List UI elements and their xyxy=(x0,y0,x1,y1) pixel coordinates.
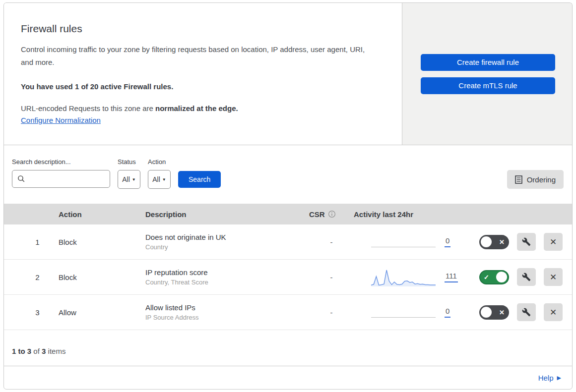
wrench-icon xyxy=(522,237,531,246)
rule-priority: 1 xyxy=(4,238,59,246)
rule-description-cell: Allow listed IPs IP Source Address xyxy=(145,303,309,321)
delete-rule-button[interactable]: ✕ xyxy=(544,268,563,286)
footer-items: items xyxy=(48,347,66,355)
normalization-emphasis: normalized at the edge. xyxy=(155,104,238,112)
rule-controls: ✕ ✕ xyxy=(475,303,572,321)
main-card: Firewall rules Control incoming traffic … xyxy=(3,2,573,366)
action-filter-value: All xyxy=(152,175,160,183)
rule-priority: 3 xyxy=(4,308,59,317)
chevron-down-icon: ▼ xyxy=(132,177,136,182)
action-filter-group: Action All ▼ xyxy=(148,158,171,189)
close-icon: ✕ xyxy=(550,272,557,282)
rule-action: Block xyxy=(59,273,145,281)
status-filter-select[interactable]: All ▼ xyxy=(118,170,140,189)
toggle-knob xyxy=(481,307,492,318)
ordering-button-label: Ordering xyxy=(527,175,556,184)
rule-description: Does not originate in UK xyxy=(145,233,309,241)
toggle-state-icon: ✓ xyxy=(484,274,489,280)
delete-rule-button[interactable]: ✕ xyxy=(544,233,563,251)
close-icon: ✕ xyxy=(550,237,557,247)
search-label: Search description... xyxy=(12,158,110,166)
help-link-label: Help xyxy=(538,374,554,382)
column-action: Action xyxy=(59,210,145,219)
search-description-input[interactable] xyxy=(29,175,106,183)
rule-description-cell: Does not originate in UK Country xyxy=(145,233,309,251)
rule-activity-cell: 0 xyxy=(354,232,475,252)
rule-controls: ✓ ✕ xyxy=(475,268,572,286)
header-text-panel: Firewall rules Control incoming traffic … xyxy=(4,3,402,145)
edit-rule-button[interactable] xyxy=(517,303,536,321)
rule-priority: 2 xyxy=(4,273,59,281)
normalization-prefix: URL-encoded Requests to this zone are xyxy=(21,104,153,112)
footer-range: 1 to 3 xyxy=(12,347,31,355)
rule-action: Allow xyxy=(59,308,145,317)
toggle-state-icon: ✕ xyxy=(499,309,505,316)
wrench-icon xyxy=(522,273,531,281)
column-description: Description xyxy=(145,210,309,219)
toggle-knob xyxy=(496,272,507,282)
table-row: 1 Block Does not originate in UK Country… xyxy=(4,224,572,260)
search-icon xyxy=(17,175,25,183)
configure-normalization-link[interactable]: Configure Normalization xyxy=(21,116,101,124)
action-label: Action xyxy=(148,158,171,166)
create-firewall-rule-button[interactable]: Create firewall rule xyxy=(421,54,555,71)
footer-total: 3 xyxy=(42,347,46,355)
toggle-knob xyxy=(481,236,492,247)
rule-fields: IP Source Address xyxy=(145,314,309,321)
page-title: Firewall rules xyxy=(21,23,382,35)
chevron-down-icon: ▼ xyxy=(162,177,166,182)
rules-usage-text: You have used 1 of 20 active Firewall ru… xyxy=(21,82,382,91)
rule-action: Block xyxy=(59,238,145,246)
rule-fields: Country xyxy=(145,243,309,251)
header-section: Firewall rules Control incoming traffic … xyxy=(4,3,572,145)
search-filter-group: Search description... xyxy=(12,158,110,188)
close-icon: ✕ xyxy=(550,307,557,318)
action-filter-select[interactable]: All ▼ xyxy=(148,170,171,189)
create-mtls-rule-button[interactable]: Create mTLS rule xyxy=(421,77,555,94)
page-description: Control incoming traffic to your zone by… xyxy=(21,43,373,69)
table-row: 3 Allow Allow listed IPs IP Source Addre… xyxy=(4,295,572,330)
header-actions-panel: Create firewall rule Create mTLS rule xyxy=(402,3,572,145)
info-icon[interactable] xyxy=(328,210,336,218)
edit-rule-button[interactable] xyxy=(517,233,536,251)
activity-count-link[interactable]: 111 xyxy=(445,272,458,282)
rule-description: IP reputation score xyxy=(145,268,309,277)
edit-rule-button[interactable] xyxy=(517,268,536,286)
rule-enabled-toggle[interactable]: ✓ xyxy=(479,270,509,284)
delete-rule-button[interactable]: ✕ xyxy=(544,303,563,321)
wrench-icon xyxy=(522,308,531,317)
table-footer: 1 to 3 of 3 items xyxy=(4,330,572,366)
activity-count-link[interactable]: 0 xyxy=(445,236,450,247)
table-row: 2 Block IP reputation score Country, Thr… xyxy=(4,260,572,295)
activity-count-link[interactable]: 0 xyxy=(445,307,450,318)
status-filter-group: Status All ▼ xyxy=(118,158,140,189)
activity-sparkline xyxy=(371,232,436,252)
rule-activity-cell: 0 xyxy=(354,302,475,322)
help-bar: Help ▶ xyxy=(3,366,573,390)
rule-fields: Country, Threat Score xyxy=(145,279,309,286)
rule-activity-cell: 111 xyxy=(354,267,475,287)
search-input-box[interactable] xyxy=(12,170,110,188)
activity-sparkline xyxy=(371,267,436,287)
firewall-rules-page: Firewall rules Control incoming traffic … xyxy=(0,0,576,392)
table-header: Action Description CSR Activity last 24h… xyxy=(4,204,572,224)
rule-enabled-toggle[interactable]: ✕ xyxy=(479,305,509,320)
ordering-button[interactable]: Ordering xyxy=(507,170,564,189)
rule-csr-value: - xyxy=(309,238,354,246)
search-button[interactable]: Search xyxy=(178,171,221,188)
ordering-icon xyxy=(515,175,522,184)
column-csr: CSR xyxy=(309,210,354,219)
help-link[interactable]: Help ▶ xyxy=(538,374,561,382)
help-arrow-icon: ▶ xyxy=(557,375,561,381)
status-label: Status xyxy=(118,158,140,166)
footer-of: of xyxy=(33,347,40,355)
normalization-text: URL-encoded Requests to this zone are no… xyxy=(21,104,382,112)
table-body: 1 Block Does not originate in UK Country… xyxy=(4,224,572,330)
status-filter-value: All xyxy=(122,175,130,183)
toggle-state-icon: ✕ xyxy=(499,239,505,245)
rule-enabled-toggle[interactable]: ✕ xyxy=(479,235,509,249)
rule-description-cell: IP reputation score Country, Threat Scor… xyxy=(145,268,309,286)
column-activity: Activity last 24hr xyxy=(354,210,475,219)
column-csr-label: CSR xyxy=(309,210,325,219)
rule-csr-value: - xyxy=(309,308,354,317)
